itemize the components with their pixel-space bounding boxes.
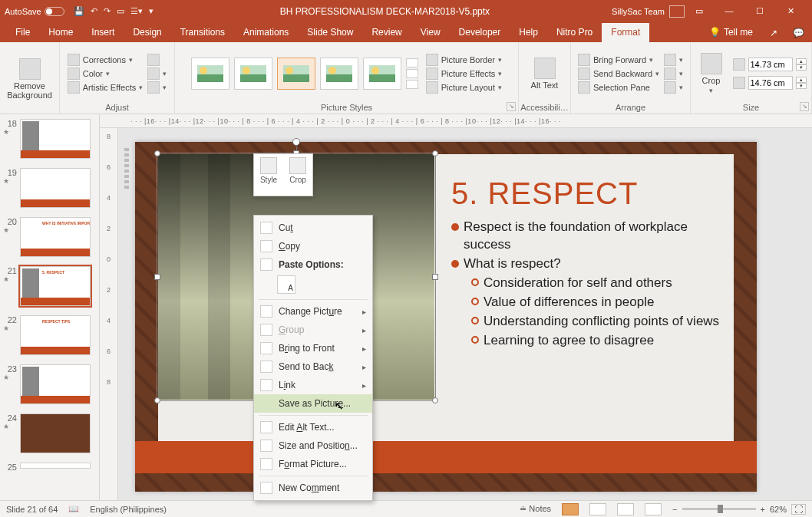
thumb-25[interactable] (20, 463, 91, 469)
slide-title[interactable]: 5. RESPECT (451, 173, 723, 214)
align-button[interactable]: ▾ (664, 54, 683, 66)
tab-format[interactable]: Format (602, 23, 649, 42)
paste-option[interactable]: A (277, 275, 295, 294)
autosave[interactable]: AutoSave (0, 7, 69, 16)
resize-handle[interactable] (154, 274, 160, 280)
style-item-selected[interactable] (277, 58, 315, 90)
spin-down[interactable]: ▾ (796, 64, 807, 71)
undo-icon[interactable]: ↶ (91, 6, 97, 16)
group-button[interactable]: ▾ (664, 68, 683, 80)
start-from-beginning-icon[interactable]: ▭ (117, 6, 124, 16)
resize-handle[interactable] (432, 274, 438, 280)
context-menu[interactable]: Cut Copy Paste Options: A Change Picture… (253, 215, 373, 501)
ribbon-display-icon[interactable]: ▭ (695, 6, 703, 16)
bullet-text[interactable]: Learning to agree to disagree (484, 332, 654, 350)
share-icon[interactable]: ↗ (762, 24, 785, 42)
bring-forward-button[interactable]: Bring Forward▾ (578, 54, 659, 66)
bullet-text[interactable]: Consideration for self and others (484, 275, 672, 292)
style-item[interactable] (191, 58, 229, 90)
bullet-text[interactable]: What is respect? (464, 255, 561, 273)
thumb-21-selected[interactable]: 5. RESPECT (20, 266, 91, 306)
ctx-new-comment[interactable]: New Comment (254, 479, 372, 497)
picstyles-launcher[interactable]: ↘ (507, 102, 516, 111)
ctx-size-position[interactable]: Size and Position... (254, 436, 372, 455)
height-field[interactable]: ▴▾ (733, 58, 807, 71)
ctx-change-picture[interactable]: Change Picture▸ (254, 302, 372, 321)
remove-background-button[interactable]: Remove Background (2, 57, 57, 101)
notes-button[interactable]: ≐ Notes (520, 504, 551, 514)
ctx-cut[interactable]: Cut (254, 219, 372, 237)
resize-handle[interactable] (432, 397, 438, 403)
alt-text-button[interactable]: Alt Text (526, 56, 563, 91)
slide-canvas[interactable]: 5. RESPECT Respect is the foundation of … (135, 142, 757, 492)
mini-crop-button[interactable]: Crop (289, 157, 306, 196)
tab-help[interactable]: Help (510, 23, 547, 42)
mini-toolbar[interactable]: Style Crop (253, 153, 313, 196)
resize-handle[interactable] (154, 150, 160, 156)
reset-picture-button[interactable]: ▾ (147, 81, 167, 94)
spin-up[interactable]: ▴ (796, 58, 807, 64)
touch-mode-icon[interactable]: ☰▾ (130, 6, 143, 16)
ctx-format-picture[interactable]: Format Picture... (254, 455, 372, 473)
thumbnail-pane[interactable]: 18★ 19★ 20★WHY IS INITIATIVE IMPORTANT? … (0, 114, 100, 500)
corrections-button[interactable]: Corrections▾ (68, 54, 143, 66)
ctx-edit-alt-text[interactable]: Edit Alt Text... (254, 418, 372, 436)
mini-style-button[interactable]: Style (260, 157, 277, 196)
thumb-23[interactable] (20, 364, 91, 404)
autosave-toggle[interactable] (45, 7, 64, 16)
tab-animations[interactable]: Animations (234, 23, 298, 42)
artistic-effects-button[interactable]: Artistic Effects▾ (68, 81, 143, 94)
zoom-percent[interactable]: 62% (770, 505, 787, 514)
account[interactable]: SillySac Team (612, 5, 685, 18)
maximize-button[interactable]: ☐ (744, 6, 775, 16)
thumb-19[interactable] (20, 168, 91, 208)
style-item[interactable] (363, 58, 401, 90)
close-button[interactable]: ✕ (775, 6, 806, 16)
selection-pane-button[interactable]: Selection Pane (578, 81, 659, 94)
resize-handle[interactable] (432, 150, 438, 156)
thumb-18[interactable] (20, 119, 91, 159)
spellcheck-icon[interactable]: 📖 (68, 504, 79, 514)
picture-border-button[interactable]: Picture Border▾ (426, 54, 503, 66)
change-picture-button[interactable]: ▾ (147, 68, 167, 80)
color-button[interactable]: Color▾ (68, 68, 143, 80)
thumb-22[interactable]: RESPECT TIPS (20, 315, 91, 355)
picture-layout-button[interactable]: Picture Layout▾ (426, 81, 503, 94)
sorter-view-button[interactable] (589, 503, 606, 515)
tab-slideshow[interactable]: Slide Show (298, 23, 362, 42)
tab-insert[interactable]: Insert (82, 23, 124, 42)
send-backward-button[interactable]: Send Backward▾ (578, 68, 659, 80)
ctx-bring-front[interactable]: Bring to Front▸ (254, 339, 372, 357)
tell-me[interactable]: 💡Tell me (700, 23, 762, 42)
tab-design[interactable]: Design (124, 23, 170, 42)
crop-button[interactable]: Crop▾ (696, 51, 727, 96)
ctx-save-as-picture[interactable]: Save as Picture... (254, 394, 372, 413)
resize-handle[interactable] (154, 397, 160, 403)
tab-transitions[interactable]: Transitions (171, 23, 234, 42)
tab-developer[interactable]: Developer (450, 23, 510, 42)
slideshow-view-button[interactable] (645, 503, 662, 515)
zoom-slider[interactable] (682, 508, 756, 510)
width-field[interactable]: ▴▾ (733, 76, 807, 90)
tab-view[interactable]: View (411, 23, 450, 42)
qat-customize-icon[interactable]: ▾ (149, 6, 153, 16)
style-item[interactable] (234, 58, 272, 90)
slide-count[interactable]: Slide 21 of 64 (6, 505, 58, 514)
height-input[interactable] (748, 58, 793, 71)
ctx-send-back[interactable]: Send to Back▸ (254, 357, 372, 376)
width-input[interactable] (748, 76, 793, 90)
fit-window-button[interactable]: ⛶ (791, 504, 806, 515)
bullet-text[interactable]: Value of differences in people (484, 294, 654, 311)
picture-style-gallery[interactable] (191, 58, 418, 90)
comments-icon[interactable]: 💬 (785, 24, 812, 42)
rotation-handle[interactable] (292, 138, 300, 146)
bullet-text[interactable]: Understanding conflicting points of view… (484, 313, 719, 331)
tab-file[interactable]: File (6, 23, 39, 42)
gallery-more[interactable] (406, 58, 418, 89)
style-item[interactable] (320, 58, 358, 90)
picture-effects-button[interactable]: Picture Effects▾ (426, 68, 503, 80)
tab-nitro[interactable]: Nitro Pro (547, 23, 602, 42)
reading-view-button[interactable] (617, 503, 634, 515)
spin-down[interactable]: ▾ (796, 83, 807, 89)
language[interactable]: English (Philippines) (90, 505, 167, 514)
